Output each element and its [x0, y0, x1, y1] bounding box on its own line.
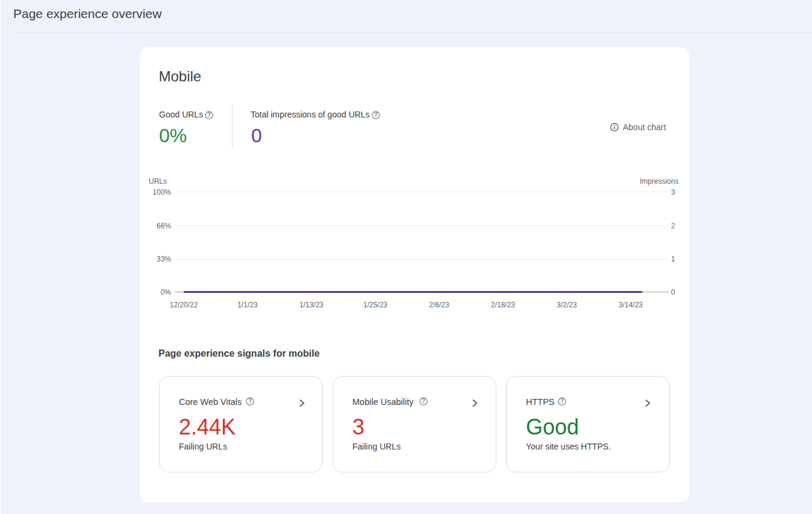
svg-text:?: ? [560, 398, 564, 404]
svg-text:?: ? [248, 398, 252, 404]
svg-text:?: ? [422, 398, 425, 404]
svg-text:?: ? [373, 111, 377, 118]
svg-text:?: ? [207, 111, 210, 118]
